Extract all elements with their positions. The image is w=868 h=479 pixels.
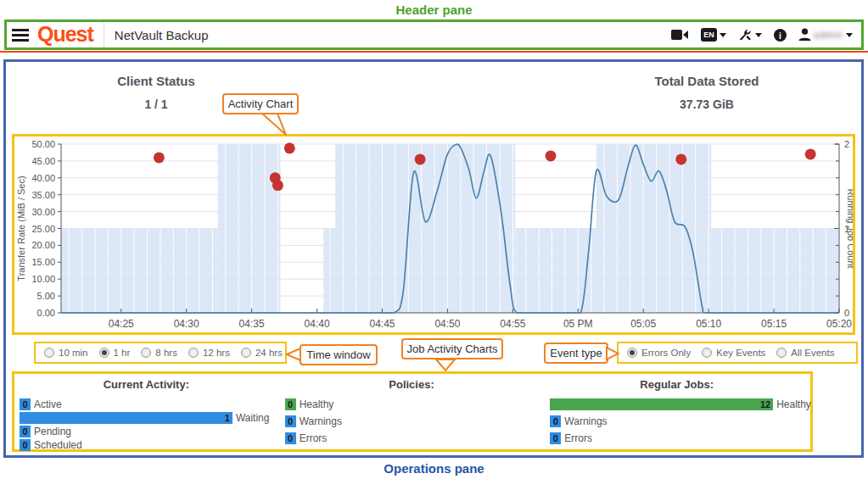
ops-row-errors: 0Errors [285, 432, 539, 444]
radio-circle-icon [141, 348, 151, 358]
svg-text:Running Job Count: Running Job Count [846, 188, 853, 268]
svg-text:04:35: 04:35 [239, 318, 265, 330]
dashboard-pane: Client Status 1 / 1 Total Data Stored 37… [3, 59, 864, 458]
chevron-down-icon [846, 33, 853, 37]
event-type-annotation: Event type [544, 343, 608, 364]
svg-text:45.00: 45.00 [31, 156, 55, 166]
video-tutorial-icon[interactable] [671, 29, 689, 41]
event-type-annotation-tail [606, 346, 619, 361]
radio-circle-icon [241, 348, 251, 358]
ops-row-healthy: 12Healthy [550, 398, 804, 410]
ops-row-pending: 0Pending [20, 426, 273, 437]
operations-pane: Current Activity:0Active1Waiting0Pending… [12, 371, 813, 452]
svg-text:04:45: 04:45 [369, 318, 395, 330]
radio-time-10-min[interactable]: 10 min [44, 348, 88, 358]
ops-row-active: 0Active [20, 398, 273, 410]
svg-text:0: 0 [844, 308, 849, 318]
ops-column-current-activity-[interactable]: Current Activity:0Active1Waiting0Pending… [14, 374, 280, 449]
job-bar: 0 [550, 415, 561, 427]
svg-text:5.00: 5.00 [37, 291, 55, 301]
radio-circle-icon [627, 348, 637, 358]
svg-text:30.00: 30.00 [31, 207, 55, 217]
svg-text:i: i [779, 31, 781, 40]
svg-text:25.00: 25.00 [31, 224, 55, 234]
header-pane-annotation: Header pane [0, 3, 868, 17]
chevron-down-icon [720, 33, 726, 37]
svg-text:10.00: 10.00 [31, 274, 55, 284]
job-bar: 0 [20, 439, 31, 451]
client-status-label: Client Status [54, 74, 258, 88]
svg-text:04:30: 04:30 [174, 318, 199, 330]
radio-event-all-events[interactable]: All Events [776, 348, 834, 358]
radio-time-24-hrs[interactable]: 24 hrs [241, 348, 283, 358]
chevron-down-icon [755, 33, 762, 37]
radio-event-errors-only[interactable]: Errors Only [627, 348, 691, 358]
radio-circle-icon [776, 348, 787, 358]
svg-text:05:10: 05:10 [696, 318, 721, 330]
time-window-annotation: Time window [300, 344, 378, 365]
ops-row-waiting: 1Waiting [20, 412, 273, 424]
activity-chart-panel: 0.005.0010.0015.0020.0025.0030.0035.0040… [12, 134, 855, 335]
time-window-selector: 10 min1 hr8 hrs12 hrs24 hrs [34, 342, 287, 364]
user-menu[interactable]: admin [798, 28, 853, 42]
svg-text:2: 2 [844, 139, 849, 149]
ops-row-warnings: 0Warnings [285, 415, 539, 427]
ops-row-errors: 0Errors [550, 432, 804, 444]
job-activity-annotation: Job Activity Charts [401, 338, 503, 359]
language-selector[interactable]: EN [701, 28, 726, 42]
svg-text:40.00: 40.00 [31, 173, 55, 183]
job-bar: 0 [20, 426, 31, 437]
radio-event-key-events[interactable]: Key Events [702, 348, 765, 358]
ops-column-regular-jobs-[interactable]: Regular Jobs:12Healthy0Warnings0Errors [545, 374, 810, 449]
radio-time-1-hr[interactable]: 1 hr [99, 348, 131, 358]
job-bar: 12 [550, 398, 773, 410]
total-data-value: 37.73 GiB [605, 97, 809, 111]
ops-row-healthy: 0Healthy [285, 398, 539, 410]
header-bar: Quest NetVault Backup EN i admin [4, 19, 864, 50]
job-bar: 0 [285, 398, 296, 410]
svg-text:04:40: 04:40 [305, 318, 330, 330]
radio-circle-icon [188, 348, 199, 358]
ops-column-policies-[interactable]: Policies:0Healthy0Warnings0Errors [280, 374, 546, 449]
radio-time-12-hrs[interactable]: 12 hrs [188, 348, 230, 358]
svg-text:05:15: 05:15 [761, 318, 787, 330]
time-window-annotation-tail [286, 347, 301, 362]
svg-text:04:55: 04:55 [500, 318, 525, 330]
job-bar: 0 [285, 432, 296, 444]
svg-text:Transfer Rate (MiB / Sec): Transfer Rate (MiB / Sec) [16, 175, 26, 281]
radio-circle-icon [99, 348, 109, 358]
radio-circle-icon [44, 348, 54, 358]
job-bar: 0 [285, 415, 296, 427]
svg-text:04:50: 04:50 [434, 318, 460, 330]
info-icon: i [774, 29, 787, 42]
total-data-label: Total Data Stored [605, 74, 809, 88]
job-bar: 1 [20, 412, 232, 424]
app-title: NetVault Backup [104, 28, 209, 42]
quest-logo: Quest [36, 22, 104, 48]
menu-icon[interactable] [12, 26, 29, 44]
info-button[interactable]: i [774, 29, 787, 42]
user-icon [798, 28, 811, 42]
svg-text:04:25: 04:25 [109, 318, 134, 330]
settings-menu[interactable] [738, 28, 762, 42]
event-type-selector: Errors OnlyKey EventsAll Events [617, 342, 858, 364]
language-icon: EN [701, 28, 717, 42]
username-redacted: admin [814, 30, 843, 40]
radio-time-8-hrs[interactable]: 8 hrs [141, 348, 177, 358]
header-actions: EN i admin [671, 28, 861, 42]
operations-pane-annotation: Operations pane [0, 461, 868, 476]
svg-text:20.00: 20.00 [31, 240, 55, 250]
svg-text:15.00: 15.00 [31, 257, 55, 267]
netvault-dashboard: Header pane Quest NetVault Backup EN i [0, 0, 868, 479]
svg-text:35.00: 35.00 [31, 190, 55, 200]
job-bar: 0 [20, 398, 31, 410]
header-accent-rule [0, 51, 868, 53]
total-data-widget[interactable]: Total Data Stored 37.73 GiB [605, 74, 809, 111]
settings-icon [738, 28, 753, 42]
ops-row-warnings: 0Warnings [550, 415, 804, 427]
svg-text:05:05: 05:05 [630, 318, 656, 330]
svg-text:0.00: 0.00 [37, 308, 55, 318]
radio-circle-icon [702, 348, 712, 358]
svg-text:05 PM: 05 PM [563, 318, 593, 330]
job-activity-annotation-tail [434, 359, 456, 372]
